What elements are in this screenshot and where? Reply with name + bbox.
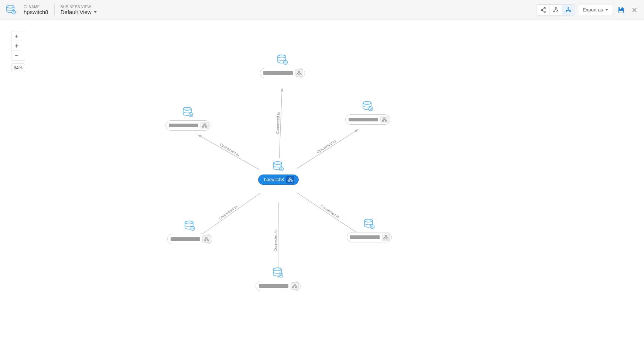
node-expand-button[interactable] xyxy=(382,234,390,241)
ci-name-value: hpswitch8 xyxy=(24,9,48,15)
svg-point-8 xyxy=(556,11,558,12)
svg-point-16 xyxy=(16,45,17,46)
zoom-fit-button[interactable] xyxy=(11,41,22,51)
ci-name-label: CI NAME xyxy=(24,5,48,9)
edge-label: Connected to xyxy=(273,230,277,252)
edge-label: Connected to xyxy=(316,139,337,154)
graph-node[interactable] xyxy=(345,101,390,125)
graph-node[interactable] xyxy=(347,219,392,242)
graph-edges: Connected toConnected toConnected toConn… xyxy=(0,20,644,352)
svg-rect-41 xyxy=(384,118,385,119)
svg-rect-35 xyxy=(297,74,298,75)
svg-rect-15 xyxy=(619,11,623,13)
svg-point-38 xyxy=(363,101,371,104)
svg-rect-57 xyxy=(295,287,297,288)
svg-rect-14 xyxy=(621,7,622,8)
svg-rect-50 xyxy=(387,238,388,239)
header-divider xyxy=(54,4,55,16)
node-pill[interactable] xyxy=(347,232,392,242)
business-view-label: BUSINESS VIEW xyxy=(61,5,97,9)
svg-rect-71 xyxy=(205,126,207,127)
svg-point-12 xyxy=(568,10,569,10)
node-expand-button[interactable] xyxy=(201,122,209,129)
view-mode-hierarchy-button[interactable] xyxy=(549,5,562,15)
svg-point-53 xyxy=(279,273,283,277)
svg-point-5 xyxy=(544,11,545,13)
svg-rect-49 xyxy=(384,238,385,239)
svg-rect-34 xyxy=(298,71,300,72)
node-pill[interactable] xyxy=(260,68,305,78)
zoom-in-button[interactable] xyxy=(11,31,22,41)
node-expand-button[interactable] xyxy=(202,235,210,243)
node-pill[interactable] xyxy=(345,114,390,125)
svg-point-3 xyxy=(544,7,545,9)
svg-rect-56 xyxy=(292,287,294,288)
view-mode-toggle xyxy=(537,4,575,15)
svg-rect-64 xyxy=(207,240,209,241)
svg-line-18 xyxy=(297,129,359,168)
zoom-level-value: 84% xyxy=(11,63,25,72)
svg-rect-43 xyxy=(385,120,387,121)
node-expand-button[interactable] xyxy=(291,282,299,290)
node-label-redacted xyxy=(263,71,293,75)
svg-rect-27 xyxy=(290,178,291,179)
svg-point-4 xyxy=(541,9,542,11)
svg-rect-29 xyxy=(291,180,292,182)
svg-rect-70 xyxy=(202,126,204,127)
svg-rect-36 xyxy=(300,74,301,75)
view-mode-radial-button[interactable] xyxy=(562,5,575,15)
node-pill[interactable] xyxy=(256,281,301,291)
chevron-down-icon xyxy=(94,11,97,13)
zoom-out-button[interactable] xyxy=(11,51,22,60)
node-expand-button[interactable] xyxy=(286,176,294,183)
svg-rect-55 xyxy=(294,284,295,285)
node-pill[interactable] xyxy=(165,120,210,131)
ci-storage-icon xyxy=(4,3,18,17)
export-as-button[interactable]: Export as xyxy=(578,5,613,15)
edge-label: Connected to xyxy=(219,142,241,157)
svg-point-0 xyxy=(7,5,14,8)
graph-node[interactable] xyxy=(260,55,305,78)
svg-point-46 xyxy=(370,225,374,229)
node-pill[interactable] xyxy=(167,234,212,244)
svg-point-59 xyxy=(185,221,193,224)
svg-rect-48 xyxy=(385,235,387,237)
storage-ci-icon xyxy=(272,268,284,279)
business-view-group[interactable]: BUSINESS VIEW Default View xyxy=(59,5,98,15)
svg-rect-42 xyxy=(382,120,384,121)
edge-label: Connected to xyxy=(320,204,340,219)
svg-point-67 xyxy=(189,113,193,117)
svg-point-25 xyxy=(280,167,284,171)
header: CI NAME hpswitch8 BUSINESS VIEW Default … xyxy=(0,0,644,20)
node-expand-button[interactable] xyxy=(295,69,303,77)
svg-rect-28 xyxy=(288,180,290,182)
storage-ci-icon xyxy=(272,161,285,172)
svg-point-6 xyxy=(555,7,556,9)
graph-node[interactable] xyxy=(256,268,301,291)
svg-point-24 xyxy=(274,162,282,165)
svg-point-60 xyxy=(191,227,195,231)
node-expand-button[interactable] xyxy=(380,116,388,123)
storage-ci-icon xyxy=(182,107,194,118)
chevron-down-icon xyxy=(605,9,608,11)
graph-canvas[interactable]: 84% Connected toConnected toConnected to… xyxy=(0,20,644,352)
svg-point-32 xyxy=(284,61,288,65)
ci-name-group: CI NAME hpswitch8 xyxy=(22,5,50,15)
edge-label: Connected to xyxy=(275,112,280,134)
graph-node[interactable] xyxy=(165,107,210,131)
save-button[interactable] xyxy=(616,5,626,15)
graph-node[interactable] xyxy=(167,221,212,244)
svg-point-39 xyxy=(369,107,373,111)
storage-ci-icon xyxy=(276,55,289,66)
node-pill[interactable]: hpswitch8 xyxy=(258,175,299,185)
view-mode-share-button[interactable] xyxy=(537,5,549,15)
svg-rect-69 xyxy=(204,124,205,125)
zoom-controls: 84% xyxy=(11,31,25,72)
edge-label: Connected to xyxy=(218,204,238,220)
graph-node-center[interactable]: hpswitch8 xyxy=(258,161,299,185)
svg-point-66 xyxy=(183,107,191,110)
svg-point-45 xyxy=(364,219,373,222)
svg-point-52 xyxy=(273,268,281,271)
close-button[interactable] xyxy=(629,5,640,15)
business-view-value: Default View xyxy=(61,9,92,15)
